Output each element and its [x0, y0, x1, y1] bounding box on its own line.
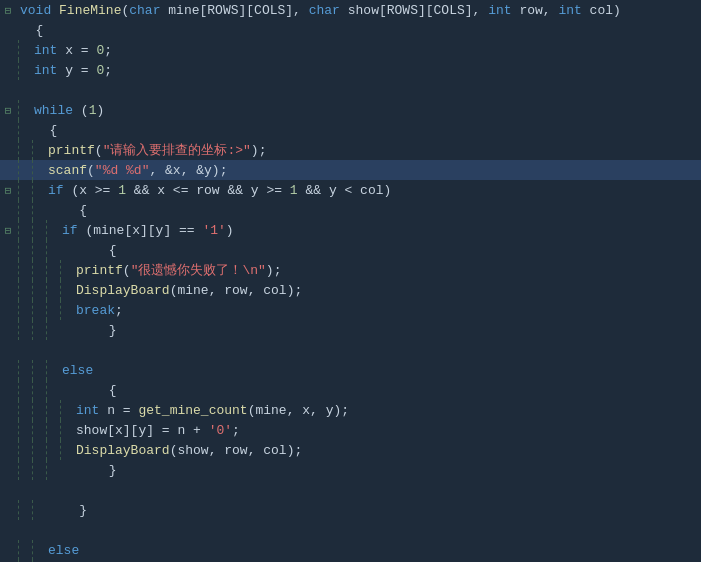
- token-kw: char: [129, 3, 160, 18]
- token-plain: }: [62, 463, 117, 478]
- indent-guide: [32, 160, 46, 180]
- token-kw: int: [488, 3, 511, 18]
- indent-guide: [46, 360, 60, 380]
- token-plain: {: [62, 383, 117, 398]
- code-line-8: printf("请输入要排查的坐标:>");: [0, 140, 701, 160]
- token-plain: {: [34, 123, 57, 138]
- gutter-6[interactable]: ⊟: [0, 104, 18, 117]
- gutter-1[interactable]: ⊟: [0, 4, 18, 17]
- indent-guide: [32, 460, 46, 480]
- token-plain: (mine, x, y);: [248, 403, 349, 418]
- gutter-12[interactable]: ⊟: [0, 224, 18, 237]
- token-kw: while: [34, 103, 73, 118]
- indent-guide: [60, 280, 74, 300]
- token-plain: ;: [115, 303, 123, 318]
- indent-guide: [18, 420, 32, 440]
- code-content-15: DisplayBoard(mine, row, col);: [74, 283, 701, 298]
- token-plain: (: [87, 163, 95, 178]
- token-plain: (x >=: [64, 183, 119, 198]
- indent-guide: [46, 260, 60, 280]
- indent-guide: [18, 440, 32, 460]
- code-line-26: }: [0, 500, 701, 520]
- token-str: "请输入要排查的坐标:>": [103, 143, 251, 158]
- code-content-8: printf("请输入要排查的坐标:>");: [46, 141, 701, 159]
- indent-guide: [32, 220, 46, 240]
- token-plain: (show, row, col);: [170, 443, 303, 458]
- token-plain: {: [62, 243, 117, 258]
- code-line-28: else: [0, 540, 701, 560]
- indent-guide: [32, 400, 46, 420]
- token-fn: printf: [76, 263, 123, 278]
- token-plain: [51, 3, 59, 18]
- indent-guide: [32, 320, 46, 340]
- indent-guide: [18, 540, 32, 560]
- code-content-22: show[x][y] = n + '0';: [74, 423, 701, 438]
- token-plain: mine[ROWS][COLS],: [160, 3, 308, 18]
- indent-guide: [46, 320, 60, 340]
- token-plain: ): [96, 103, 104, 118]
- token-plain: {: [48, 203, 87, 218]
- code-line-17: }: [0, 320, 701, 340]
- token-kw: if: [48, 183, 64, 198]
- token-kw: int: [76, 403, 99, 418]
- code-content-19: else: [60, 363, 701, 378]
- indent-guide: [46, 280, 60, 300]
- code-line-23: DisplayBoard(show, row, col);: [0, 440, 701, 460]
- token-fn: get_mine_count: [138, 403, 247, 418]
- token-plain: );: [266, 263, 282, 278]
- code-content-13: {: [60, 243, 701, 258]
- token-plain: (: [95, 143, 103, 158]
- token-kw: int: [558, 3, 581, 18]
- token-plain: );: [251, 143, 267, 158]
- code-content-10: if (x >= 1 && x <= row && y >= 1 && y < …: [46, 183, 701, 198]
- indent-guide: [18, 120, 32, 140]
- indent-guide: [32, 360, 46, 380]
- token-plain: , &x, &y);: [149, 163, 227, 178]
- token-fn: printf: [48, 143, 95, 158]
- code-line-11: {: [0, 200, 701, 220]
- token-plain: col): [582, 3, 621, 18]
- indent-guide: [46, 400, 60, 420]
- token-plain: }: [62, 323, 117, 338]
- indent-guide: [32, 420, 46, 440]
- code-line-10: ⊟if (x >= 1 && x <= row && y >= 1 && y <…: [0, 180, 701, 200]
- indent-guide: [18, 160, 32, 180]
- code-line-27: [0, 520, 701, 540]
- gutter-10[interactable]: ⊟: [0, 184, 18, 197]
- token-plain: (mine[x][y] ==: [78, 223, 203, 238]
- indent-guide: [18, 100, 32, 120]
- indent-guide: [32, 140, 46, 160]
- indent-guide: [32, 200, 46, 220]
- indent-guide: [46, 380, 60, 400]
- code-line-15: DisplayBoard(mine, row, col);: [0, 280, 701, 300]
- indent-guide: [60, 420, 74, 440]
- token-plain: ;: [104, 63, 112, 78]
- token-kw: int: [34, 43, 57, 58]
- indent-guide: [46, 440, 60, 460]
- token-plain: ): [226, 223, 234, 238]
- token-kw: char: [309, 3, 340, 18]
- indent-guide: [18, 240, 32, 260]
- indent-guide: [18, 200, 32, 220]
- code-content-26: }: [46, 503, 701, 518]
- indent-guide: [32, 300, 46, 320]
- indent-guide: [18, 180, 32, 200]
- token-plain: (: [73, 103, 89, 118]
- token-kw: void: [20, 3, 51, 18]
- indent-guide: [18, 280, 32, 300]
- code-editor: ⊟void FineMine(char mine[ROWS][COLS], ch…: [0, 0, 701, 562]
- code-line-24: }: [0, 460, 701, 480]
- token-fn: DisplayBoard: [76, 283, 170, 298]
- token-fn: FineMine: [59, 3, 121, 18]
- token-plain: row,: [512, 3, 559, 18]
- token-kw: else: [62, 363, 93, 378]
- code-line-18: [0, 340, 701, 360]
- code-line-21: int n = get_mine_count(mine, x, y);: [0, 400, 701, 420]
- token-plain: }: [48, 503, 87, 518]
- code-content-24: }: [60, 463, 701, 478]
- token-plain: && x <= row && y >=: [126, 183, 290, 198]
- token-num: 1: [118, 183, 126, 198]
- token-plain: {: [20, 23, 43, 38]
- indent-guide: [18, 460, 32, 480]
- code-line-1: ⊟void FineMine(char mine[ROWS][COLS], ch…: [0, 0, 701, 20]
